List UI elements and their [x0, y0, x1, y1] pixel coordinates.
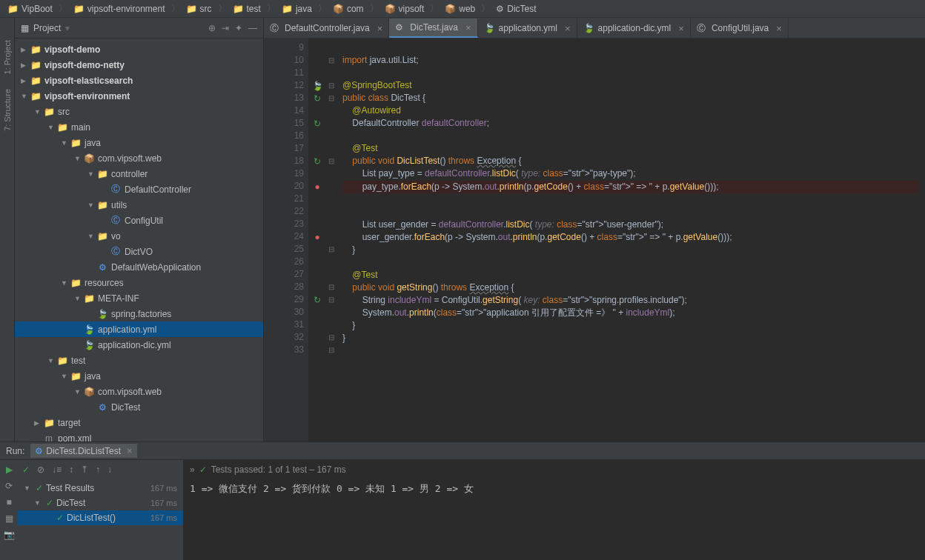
fold-icon[interactable] — [326, 268, 336, 281]
tree-node[interactable]: 🍃application-dic.yml — [15, 337, 263, 353]
gutter-marker[interactable]: 🍃 — [308, 79, 326, 92]
gutter-marker[interactable]: ↻ — [308, 92, 326, 104]
tree-arrow-icon[interactable]: ▼ — [21, 93, 30, 100]
gutter-marker[interactable] — [308, 243, 326, 256]
close-icon[interactable]: × — [565, 23, 571, 34]
hide-icon[interactable]: — — [248, 23, 257, 33]
fold-icon[interactable] — [326, 193, 336, 205]
fold-icon[interactable] — [326, 218, 336, 230]
tree-node[interactable]: ▼📁utils — [15, 197, 263, 213]
fold-icon[interactable] — [326, 41, 336, 54]
tree-node[interactable]: ▼📁src — [15, 104, 263, 119]
gutter-marker[interactable] — [308, 41, 326, 54]
fold-icon[interactable] — [326, 142, 336, 155]
fold-icon[interactable]: ⊟ — [326, 54, 336, 67]
fold-icon[interactable]: ⊟ — [326, 293, 336, 306]
breadcrumb-item[interactable]: 📁test — [230, 2, 264, 16]
tree-node[interactable]: ▼📁java — [15, 368, 263, 384]
passed-filter-icon[interactable]: ✓ — [22, 464, 30, 475]
fold-icon[interactable] — [326, 104, 336, 117]
tree-arrow-icon[interactable]: ▶ — [34, 419, 43, 427]
stop-button[interactable]: ■ — [6, 497, 11, 507]
breadcrumb-item[interactable]: ⚙DicTest — [493, 2, 539, 16]
tree-node[interactable]: ▼📁test — [15, 353, 263, 368]
collapse-all-icon[interactable]: ⤒ — [81, 464, 88, 475]
sort-icon[interactable]: ↓≡ — [52, 464, 62, 475]
tree-node[interactable]: ▼📁java — [15, 135, 263, 150]
tree-arrow-icon[interactable]: ▼ — [61, 279, 70, 287]
camera-icon[interactable]: 📷 — [4, 530, 15, 540]
failed-filter-icon[interactable]: ⊘ — [37, 464, 44, 475]
tree-arrow-icon[interactable]: ▼ — [74, 295, 83, 302]
collapse-icon[interactable]: ⇥ — [222, 23, 229, 33]
next-icon[interactable]: ↓ — [107, 464, 112, 475]
tree-node[interactable]: 🍃spring.factories — [15, 306, 263, 321]
gutter-marker[interactable] — [308, 319, 326, 331]
tree-node[interactable]: ▶📁target — [15, 415, 263, 430]
editor-tab[interactable]: ⚙DicTest.java× — [389, 19, 477, 38]
test-result-row[interactable]: ✓DicListTest()167 ms — [18, 510, 183, 525]
gutter-marker[interactable] — [308, 218, 326, 230]
tree-arrow-icon[interactable]: ▶ — [21, 61, 30, 69]
tree-arrow-icon[interactable]: ▼ — [34, 108, 43, 116]
fold-icon[interactable] — [326, 130, 336, 142]
tree-arrow-icon[interactable]: ▼ — [74, 155, 83, 162]
breadcrumb-item[interactable]: 📦vipsoft — [382, 2, 428, 16]
tree-node[interactable]: ▶📁vipsoft-elasticsearch — [15, 73, 263, 88]
code-content[interactable]: import java.util.List; @SpringBootTestpu… — [336, 39, 925, 441]
gutter-marker[interactable]: ● — [308, 180, 326, 193]
tree-node[interactable]: ▼📁main — [15, 119, 263, 135]
tree-node[interactable]: ⒸDictVO — [15, 244, 263, 259]
close-icon[interactable]: × — [465, 22, 471, 33]
gutter-marker[interactable] — [308, 104, 326, 117]
expand-icon[interactable]: ↕ — [69, 464, 73, 475]
editor-tab[interactable]: 🍃application.yml× — [478, 19, 577, 38]
tree-node[interactable]: ▼📦com.vipsoft.web — [15, 384, 263, 399]
fold-icon[interactable] — [326, 256, 336, 268]
gutter-marker[interactable]: ● — [308, 230, 326, 243]
gutter-marker[interactable] — [308, 256, 326, 268]
gutter-marker[interactable] — [308, 268, 326, 281]
fold-icon[interactable] — [326, 180, 336, 193]
chevron-icon[interactable]: » — [190, 464, 195, 475]
close-icon[interactable]: × — [678, 23, 684, 34]
fold-icon[interactable]: ⊟ — [326, 92, 336, 104]
settings-icon[interactable]: ✦ — [235, 23, 242, 33]
tree-arrow-icon[interactable]: ▶ — [21, 46, 30, 53]
tree-arrow-icon[interactable]: ▼ — [47, 124, 56, 131]
tree-node[interactable]: ⚙DicTest — [15, 399, 263, 415]
tree-arrow-icon[interactable]: ▶ — [21, 77, 30, 84]
tree-node[interactable]: ▼📁resources — [15, 275, 263, 290]
tree-node[interactable]: ⚙DefaultWebApplication — [15, 259, 263, 275]
editor-tab[interactable]: ⒸDefaultController.java× — [264, 19, 389, 38]
code-editor[interactable]: 9101112131415161718192021222324252627282… — [264, 39, 925, 441]
breadcrumb-item[interactable]: 📁java — [279, 2, 315, 16]
tree-node[interactable]: ▼📁controller — [15, 166, 263, 181]
project-tree[interactable]: ▶📁vipsoft-demo▶📁vipsoft-demo-netty▶📁vips… — [15, 39, 263, 441]
fold-icon[interactable]: ⊟ — [326, 344, 336, 356]
fold-icon[interactable]: ⊟ — [326, 155, 336, 167]
prev-icon[interactable]: ↑ — [96, 464, 100, 475]
gutter-marker[interactable] — [308, 331, 326, 344]
breadcrumb-item[interactable]: 📦com — [330, 2, 367, 16]
tree-node[interactable]: 🍃application.yml — [15, 321, 263, 337]
console-output[interactable]: 1 => 微信支付 2 => 货到付款 0 => 未知 1 => 男 2 => … — [184, 479, 925, 560]
gutter-marker[interactable]: ↻ — [308, 293, 326, 306]
fold-icon[interactable] — [326, 230, 336, 243]
tree-arrow-icon[interactable]: ▼ — [61, 373, 70, 380]
fold-icon[interactable]: ⊟ — [326, 243, 336, 256]
tree-arrow-icon[interactable]: ▼ — [87, 201, 96, 209]
gutter-marker[interactable] — [308, 306, 326, 319]
fold-icon[interactable] — [326, 319, 336, 331]
test-result-row[interactable]: ▼✓Test Results167 ms — [18, 481, 183, 496]
tree-node[interactable]: ▼📁vipsoft-environment — [15, 88, 263, 104]
gutter-marker[interactable] — [308, 344, 326, 356]
breadcrumb-item[interactable]: 📁src — [183, 2, 215, 16]
editor-tab[interactable]: 🍃application-dic.yml× — [577, 19, 691, 38]
tree-arrow-icon[interactable]: ▼ — [74, 388, 83, 396]
editor-tab[interactable]: ⒸConfigUtil.java× — [691, 19, 789, 38]
gutter-marker[interactable] — [308, 130, 326, 142]
gutter-marker[interactable] — [308, 67, 326, 79]
gutter-marker[interactable] — [308, 142, 326, 155]
locate-icon[interactable]: ⊕ — [208, 23, 216, 33]
